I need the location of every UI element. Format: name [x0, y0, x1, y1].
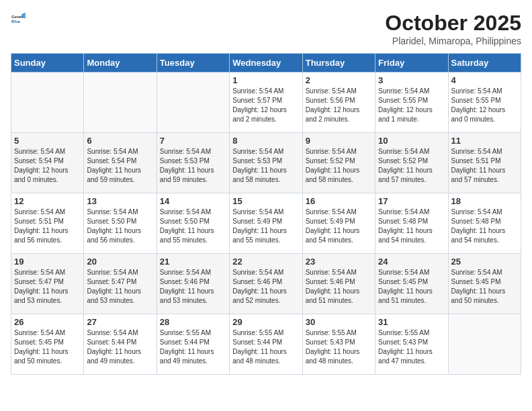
week-row-2: 5Sunrise: 5:54 AM Sunset: 5:54 PM Daylig… [11, 133, 521, 193]
cell-5-3: 28Sunrise: 5:55 AM Sunset: 5:44 PM Dayli… [157, 314, 229, 375]
header-tuesday: Tuesday [157, 54, 229, 73]
cell-info: Sunrise: 5:55 AM Sunset: 5:43 PM Dayligh… [378, 328, 445, 366]
day-number: 26 [14, 317, 81, 327]
cell-1-4: 1Sunrise: 5:54 AM Sunset: 5:57 PM Daylig… [230, 73, 302, 133]
cell-2-6: 10Sunrise: 5:54 AM Sunset: 5:52 PM Dayli… [375, 133, 448, 193]
cell-4-2: 20Sunrise: 5:54 AM Sunset: 5:47 PM Dayli… [84, 254, 157, 314]
cell-1-1 [11, 73, 84, 133]
day-number: 16 [306, 196, 372, 206]
day-number: 19 [14, 257, 81, 267]
day-number: 5 [14, 136, 81, 146]
day-number: 30 [306, 317, 372, 327]
cell-2-7: 11Sunrise: 5:54 AM Sunset: 5:51 PM Dayli… [448, 133, 521, 193]
day-number: 10 [378, 136, 445, 146]
cell-info: Sunrise: 5:54 AM Sunset: 5:52 PM Dayligh… [378, 147, 445, 185]
cell-info: Sunrise: 5:54 AM Sunset: 5:49 PM Dayligh… [232, 208, 299, 245]
week-row-1: 1Sunrise: 5:54 AM Sunset: 5:57 PM Daylig… [11, 73, 521, 133]
day-number: 15 [232, 196, 299, 206]
cell-info: Sunrise: 5:54 AM Sunset: 5:48 PM Dayligh… [378, 208, 445, 245]
title-area: October 2025 Plaridel, Mimaropa, Philipp… [385, 11, 521, 46]
cell-4-1: 19Sunrise: 5:54 AM Sunset: 5:47 PM Dayli… [11, 254, 84, 314]
day-number: 11 [451, 136, 518, 146]
day-number: 31 [378, 317, 445, 327]
day-number: 20 [87, 257, 153, 267]
day-number: 7 [160, 136, 226, 146]
cell-info: Sunrise: 5:55 AM Sunset: 5:44 PM Dayligh… [160, 328, 226, 366]
day-number: 1 [232, 75, 299, 85]
cell-4-3: 21Sunrise: 5:54 AM Sunset: 5:46 PM Dayli… [157, 254, 229, 314]
day-number: 14 [160, 196, 226, 206]
cell-info: Sunrise: 5:54 AM Sunset: 5:46 PM Dayligh… [160, 268, 226, 306]
cell-1-3 [157, 73, 229, 133]
cell-5-4: 29Sunrise: 5:55 AM Sunset: 5:44 PM Dayli… [230, 314, 302, 375]
cell-info: Sunrise: 5:54 AM Sunset: 5:55 PM Dayligh… [378, 87, 445, 124]
cell-info: Sunrise: 5:54 AM Sunset: 5:53 PM Dayligh… [160, 147, 226, 185]
day-number: 22 [232, 257, 299, 267]
day-number: 2 [306, 75, 372, 85]
cell-4-4: 22Sunrise: 5:54 AM Sunset: 5:46 PM Dayli… [230, 254, 302, 314]
cell-2-4: 8Sunrise: 5:54 AM Sunset: 5:53 PM Daylig… [230, 133, 302, 193]
cell-info: Sunrise: 5:54 AM Sunset: 5:52 PM Dayligh… [306, 147, 372, 185]
cell-info: Sunrise: 5:54 AM Sunset: 5:45 PM Dayligh… [14, 328, 81, 366]
cell-2-1: 5Sunrise: 5:54 AM Sunset: 5:54 PM Daylig… [11, 133, 84, 193]
cell-5-7 [448, 314, 521, 375]
cell-3-2: 13Sunrise: 5:54 AM Sunset: 5:50 PM Dayli… [84, 193, 157, 254]
day-number: 24 [378, 257, 445, 267]
cell-5-5: 30Sunrise: 5:55 AM Sunset: 5:43 PM Dayli… [302, 314, 375, 375]
cell-3-1: 12Sunrise: 5:54 AM Sunset: 5:51 PM Dayli… [11, 193, 84, 254]
cell-info: Sunrise: 5:54 AM Sunset: 5:49 PM Dayligh… [306, 208, 372, 245]
day-number: 8 [232, 136, 299, 146]
subtitle: Plaridel, Mimaropa, Philippines [385, 36, 521, 46]
header-thursday: Thursday [302, 54, 375, 73]
cell-info: Sunrise: 5:54 AM Sunset: 5:54 PM Dayligh… [87, 147, 153, 185]
cell-info: Sunrise: 5:54 AM Sunset: 5:54 PM Dayligh… [14, 147, 81, 185]
cell-info: Sunrise: 5:54 AM Sunset: 5:51 PM Dayligh… [451, 147, 518, 185]
cell-1-2 [84, 73, 157, 133]
cell-5-2: 27Sunrise: 5:54 AM Sunset: 5:44 PM Dayli… [84, 314, 157, 375]
cell-info: Sunrise: 5:54 AM Sunset: 5:48 PM Dayligh… [451, 208, 518, 245]
header-sunday: Sunday [11, 54, 84, 73]
cell-info: Sunrise: 5:54 AM Sunset: 5:46 PM Dayligh… [232, 268, 299, 306]
cell-info: Sunrise: 5:54 AM Sunset: 5:44 PM Dayligh… [87, 328, 153, 366]
cell-3-4: 15Sunrise: 5:54 AM Sunset: 5:49 PM Dayli… [230, 193, 302, 254]
cell-5-6: 31Sunrise: 5:55 AM Sunset: 5:43 PM Dayli… [375, 314, 448, 375]
day-number: 13 [87, 196, 153, 206]
cell-1-6: 3Sunrise: 5:54 AM Sunset: 5:55 PM Daylig… [375, 73, 448, 133]
cell-info: Sunrise: 5:54 AM Sunset: 5:47 PM Dayligh… [14, 268, 81, 306]
cell-info: Sunrise: 5:55 AM Sunset: 5:44 PM Dayligh… [232, 328, 299, 366]
cell-info: Sunrise: 5:54 AM Sunset: 5:45 PM Dayligh… [378, 268, 445, 306]
cell-info: Sunrise: 5:54 AM Sunset: 5:57 PM Dayligh… [232, 87, 299, 124]
week-row-4: 19Sunrise: 5:54 AM Sunset: 5:47 PM Dayli… [11, 254, 521, 314]
week-row-3: 12Sunrise: 5:54 AM Sunset: 5:51 PM Dayli… [11, 193, 521, 254]
cell-info: Sunrise: 5:54 AM Sunset: 5:46 PM Dayligh… [306, 268, 372, 306]
day-number: 29 [232, 317, 299, 327]
day-number: 25 [451, 257, 518, 267]
cell-info: Sunrise: 5:54 AM Sunset: 5:51 PM Dayligh… [14, 208, 81, 245]
cell-3-5: 16Sunrise: 5:54 AM Sunset: 5:49 PM Dayli… [302, 193, 375, 254]
cell-info: Sunrise: 5:54 AM Sunset: 5:55 PM Dayligh… [451, 87, 518, 124]
day-number: 4 [451, 75, 518, 85]
day-number: 18 [451, 196, 518, 206]
header: General Blue October 2025 Plaridel, Mima… [11, 11, 521, 46]
day-number: 17 [378, 196, 445, 206]
cell-4-6: 24Sunrise: 5:54 AM Sunset: 5:45 PM Dayli… [375, 254, 448, 314]
day-number: 23 [306, 257, 372, 267]
day-number: 9 [306, 136, 372, 146]
cell-info: Sunrise: 5:54 AM Sunset: 5:53 PM Dayligh… [232, 147, 299, 185]
cell-info: Sunrise: 5:54 AM Sunset: 5:45 PM Dayligh… [451, 268, 518, 306]
cell-4-7: 25Sunrise: 5:54 AM Sunset: 5:45 PM Dayli… [448, 254, 521, 314]
svg-text:Blue: Blue [11, 19, 21, 24]
cell-info: Sunrise: 5:55 AM Sunset: 5:43 PM Dayligh… [306, 328, 372, 366]
cell-5-1: 26Sunrise: 5:54 AM Sunset: 5:45 PM Dayli… [11, 314, 84, 375]
cell-info: Sunrise: 5:54 AM Sunset: 5:50 PM Dayligh… [87, 208, 153, 245]
cell-3-6: 17Sunrise: 5:54 AM Sunset: 5:48 PM Dayli… [375, 193, 448, 254]
cell-2-5: 9Sunrise: 5:54 AM Sunset: 5:52 PM Daylig… [302, 133, 375, 193]
day-number: 21 [160, 257, 226, 267]
logo: General Blue [11, 11, 26, 26]
cell-3-7: 18Sunrise: 5:54 AM Sunset: 5:48 PM Dayli… [448, 193, 521, 254]
cell-info: Sunrise: 5:54 AM Sunset: 5:50 PM Dayligh… [160, 208, 226, 245]
day-number: 28 [160, 317, 226, 327]
cell-3-3: 14Sunrise: 5:54 AM Sunset: 5:50 PM Dayli… [157, 193, 229, 254]
logo-icon: General Blue [11, 11, 26, 26]
header-wednesday: Wednesday [230, 54, 302, 73]
